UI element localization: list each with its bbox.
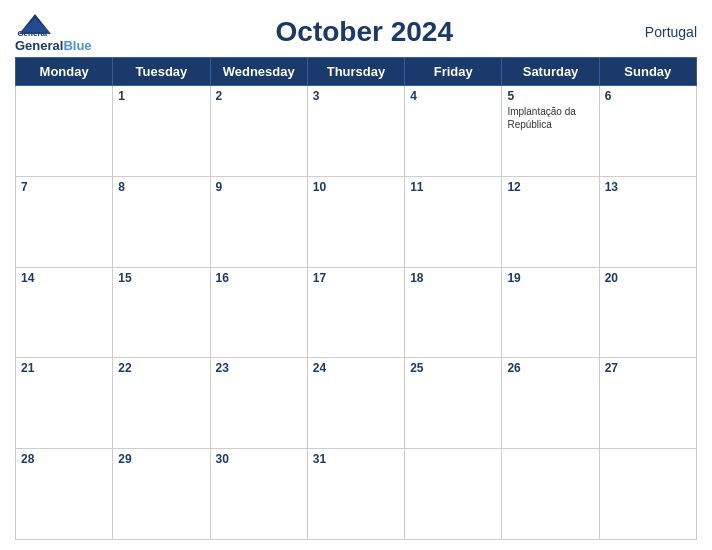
day-number: 5 xyxy=(507,89,593,103)
day-number: 9 xyxy=(216,180,302,194)
day-number: 23 xyxy=(216,361,302,375)
day-number: 18 xyxy=(410,271,496,285)
col-sunday: Sunday xyxy=(599,58,696,86)
month-title: October 2024 xyxy=(92,16,637,48)
day-number: 26 xyxy=(507,361,593,375)
day-number: 6 xyxy=(605,89,691,103)
col-thursday: Thursday xyxy=(307,58,404,86)
table-row: 15 xyxy=(113,267,210,358)
col-monday: Monday xyxy=(16,58,113,86)
day-number: 27 xyxy=(605,361,691,375)
table-row: 12 xyxy=(502,176,599,267)
weekday-header-row: Monday Tuesday Wednesday Thursday Friday… xyxy=(16,58,697,86)
day-number: 31 xyxy=(313,452,399,466)
day-number: 1 xyxy=(118,89,204,103)
table-row xyxy=(16,86,113,177)
day-number: 19 xyxy=(507,271,593,285)
table-row: 29 xyxy=(113,449,210,540)
day-number: 30 xyxy=(216,452,302,466)
table-row: 13 xyxy=(599,176,696,267)
table-row: 4 xyxy=(405,86,502,177)
col-wednesday: Wednesday xyxy=(210,58,307,86)
svg-text:General: General xyxy=(17,29,47,38)
col-friday: Friday xyxy=(405,58,502,86)
day-number: 2 xyxy=(216,89,302,103)
table-row: 30 xyxy=(210,449,307,540)
table-row: 24 xyxy=(307,358,404,449)
table-row: 26 xyxy=(502,358,599,449)
day-number: 28 xyxy=(21,452,107,466)
calendar-week-row: 28293031 xyxy=(16,449,697,540)
calendar-week-row: 14151617181920 xyxy=(16,267,697,358)
day-number: 16 xyxy=(216,271,302,285)
table-row: 8 xyxy=(113,176,210,267)
table-row: 19 xyxy=(502,267,599,358)
day-number: 25 xyxy=(410,361,496,375)
table-row: 23 xyxy=(210,358,307,449)
table-row: 17 xyxy=(307,267,404,358)
table-row xyxy=(405,449,502,540)
table-row: 2 xyxy=(210,86,307,177)
table-row xyxy=(502,449,599,540)
table-row: 10 xyxy=(307,176,404,267)
calendar-header: General General Blue October 2024 Portug… xyxy=(15,10,697,53)
col-tuesday: Tuesday xyxy=(113,58,210,86)
day-number: 29 xyxy=(118,452,204,466)
table-row: 22 xyxy=(113,358,210,449)
day-number: 21 xyxy=(21,361,107,375)
table-row: 21 xyxy=(16,358,113,449)
table-row: 27 xyxy=(599,358,696,449)
day-number: 4 xyxy=(410,89,496,103)
day-number: 7 xyxy=(21,180,107,194)
country-label: Portugal xyxy=(637,24,697,40)
table-row: 5Implantação da República xyxy=(502,86,599,177)
day-number: 11 xyxy=(410,180,496,194)
table-row xyxy=(599,449,696,540)
day-number: 8 xyxy=(118,180,204,194)
logo-svg: General xyxy=(15,10,55,38)
day-number: 13 xyxy=(605,180,691,194)
calendar-week-row: 78910111213 xyxy=(16,176,697,267)
col-saturday: Saturday xyxy=(502,58,599,86)
day-number: 10 xyxy=(313,180,399,194)
table-row: 9 xyxy=(210,176,307,267)
table-row: 31 xyxy=(307,449,404,540)
logo: General General Blue xyxy=(15,10,92,53)
day-number: 20 xyxy=(605,271,691,285)
table-row: 18 xyxy=(405,267,502,358)
table-row: 25 xyxy=(405,358,502,449)
day-number: 3 xyxy=(313,89,399,103)
day-number: 14 xyxy=(21,271,107,285)
table-row: 1 xyxy=(113,86,210,177)
table-row: 6 xyxy=(599,86,696,177)
table-row: 7 xyxy=(16,176,113,267)
table-row: 14 xyxy=(16,267,113,358)
table-row: 20 xyxy=(599,267,696,358)
day-number: 17 xyxy=(313,271,399,285)
logo-general: General xyxy=(15,38,63,53)
calendar-table: Monday Tuesday Wednesday Thursday Friday… xyxy=(15,57,697,540)
table-row: 16 xyxy=(210,267,307,358)
table-row: 28 xyxy=(16,449,113,540)
calendar-week-row: 12345Implantação da República6 xyxy=(16,86,697,177)
calendar-week-row: 21222324252627 xyxy=(16,358,697,449)
holiday-label: Implantação da República xyxy=(507,105,593,131)
day-number: 22 xyxy=(118,361,204,375)
table-row: 3 xyxy=(307,86,404,177)
day-number: 12 xyxy=(507,180,593,194)
table-row: 11 xyxy=(405,176,502,267)
day-number: 15 xyxy=(118,271,204,285)
day-number: 24 xyxy=(313,361,399,375)
logo-blue: Blue xyxy=(63,38,91,53)
